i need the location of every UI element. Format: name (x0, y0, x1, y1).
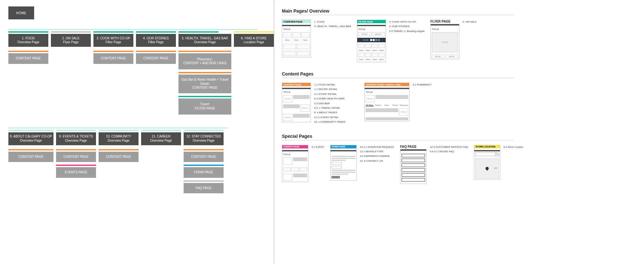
list-item: 10.1.1 DONATION REQUEST (360, 145, 394, 149)
list-item: 8. x ABOUT PAGES (314, 110, 346, 115)
cap (93, 31, 133, 33)
special-pages-row: EVENTS PAGE TITLE 9.1 EVENT FORM PAGE (282, 145, 638, 184)
node-child-label: Travel: (200, 102, 210, 107)
node-cook[interactable]: 3. COOK WITH CO-OP Filter Page (93, 34, 133, 47)
thumb-img: BRAND (301, 105, 310, 112)
thumb-nav (282, 88, 311, 89)
thumb-header: EVENTS PAGE (282, 145, 308, 148)
node-career[interactable]: 11. CAREER Overview Page (141, 132, 181, 145)
cap (141, 130, 181, 131)
content-thumb: CONTENT PAGE TITLE PROMO BRAND BRAND (282, 83, 311, 122)
list-item: 1.1 RECIPE DETAIL (314, 87, 346, 92)
type-store-location: STORE LOCATION 🔍 MAP 6.0 Store Locator (474, 145, 523, 180)
node-subtitle: Overview Page (65, 139, 87, 143)
node-home[interactable]: HOME (8, 6, 34, 19)
node-about[interactable]: 8. ABOUT CALGARY CO-OP Overview Page (8, 132, 53, 145)
section-title-main: Main Pages/ Overview (282, 8, 638, 14)
list-item: 12. 5 CONTACT US (360, 159, 394, 163)
location-list: 6.0 Store Locator (504, 145, 523, 149)
node-find-store[interactable]: 6. FIND A STORE Location Page (234, 34, 274, 47)
node-events-events[interactable]: EVENTS PAGE (56, 167, 96, 178)
chip-brand: BRAND (372, 32, 385, 36)
chip-label: Name (372, 58, 378, 61)
flyer-list: 2. ON SALE (463, 20, 477, 24)
tab: Flu Shots (366, 104, 374, 107)
node-stories[interactable]: 4. OUR STORIES Filter Page (136, 34, 176, 47)
type-content-anchor: CONTENT PAGE + Anchor Links TITLE PROMO … (364, 83, 432, 121)
list-item: 6.0 Store Locator (504, 145, 523, 149)
type-overview: OVERVIEW PAGE TITLE Name Name Name 1. FO… (282, 20, 351, 57)
tab: Tobacco (391, 104, 399, 107)
node-title: 4. OUR STORIES (143, 36, 169, 41)
node-subtitle: Overview Page (17, 40, 39, 45)
node-about-content[interactable]: CONTENT PAGE (8, 152, 53, 162)
list-item: 3. COOK WITH CO-OP (389, 20, 425, 24)
node-community[interactable]: 10. COMMUNITY Overview Page (99, 132, 139, 145)
cap (184, 180, 224, 182)
node-events-content[interactable]: CONTENT PAGE (56, 152, 96, 162)
cap (184, 130, 224, 131)
chip-label: Name (372, 49, 378, 52)
node-travel[interactable]: Travel: FILTER PAGE (178, 98, 231, 115)
list-item: 12.3 CUSTOMER SERVICE FAQ (430, 145, 468, 149)
node-sc-faq[interactable]: FAQ PAGE (184, 183, 224, 194)
node-food-content[interactable]: CONTENT PAGE (8, 53, 48, 64)
filter-thumb: FILTER PAGE TITLE PROMO BRAND FILTER Nam… (357, 20, 386, 62)
thumb-title: TITLE (283, 90, 310, 94)
list-item: 4.1 STORY DETAIL (314, 92, 346, 96)
node-health[interactable]: 5. HEALTH, TRAVEL, GAS BAR Overview Page (178, 34, 231, 47)
faq-lines (401, 154, 425, 183)
thumb-nav (474, 150, 500, 151)
cap (178, 96, 231, 97)
node-food[interactable]: 1. FOOD Overview Page (8, 34, 48, 47)
node-pharmacy[interactable]: Pharmacy: CONTENT + ANCHOR LINKS (178, 53, 231, 69)
cap (178, 51, 231, 52)
node-child-sub: CONTENT + ANCHOR LINKS (183, 61, 226, 66)
node-sc-content[interactable]: CONTENT PAGE (184, 152, 224, 162)
sitemap-pane: HOME 1. FOOD Overview Page CONTENT PAGE … (0, 0, 274, 264)
thumb-header: OVERVIEW PAGE (282, 20, 311, 23)
form-thumb: FORM PAGE (330, 145, 357, 181)
flyer-header: FLYER PAGE (430, 20, 459, 23)
cap (8, 31, 48, 33)
cap (234, 31, 274, 33)
cap (8, 130, 53, 131)
thumb-img: PROMO (283, 95, 292, 102)
node-stories-content[interactable]: CONTENT PAGE (136, 53, 176, 64)
node-title: 5. HEALTH, TRAVEL, GAS BAR (182, 36, 228, 41)
type-content: CONTENT PAGE TITLE PROMO BRAND BRAND (282, 83, 346, 125)
cap (8, 51, 48, 52)
cap (178, 72, 231, 73)
node-on-sale[interactable]: 2. ON SALE Flyer Page (51, 34, 91, 47)
node-subtitle: Overview Page (20, 139, 42, 143)
section-title-special: Special Pages (282, 134, 638, 139)
node-title: 1. FOOD (22, 36, 35, 41)
events-list: 9.1 EVENT (312, 145, 324, 149)
node-stay-connected[interactable]: 12. STAY CONNECTED Overview Page (184, 132, 224, 145)
chip-label: Name (358, 58, 364, 61)
overview-list: 1. FOOD 5. HEALTH, TRAVEL, GAS BAR (314, 20, 351, 29)
node-community-content[interactable]: CONTENT PAGE (99, 152, 139, 162)
section-rule (282, 15, 514, 15)
node-sc-form[interactable]: FORM PAGE (184, 167, 224, 178)
row2-connector (8, 127, 227, 128)
row1-connector (8, 29, 258, 30)
sitemap-diagram: HOME 1. FOOD Overview Page CONTENT PAGE … (0, 0, 644, 264)
node-subtitle: Overview Page (108, 139, 130, 143)
thumb-title: TITLE (366, 90, 408, 94)
thumb-header: CONTENT PAGE + Anchor Links (365, 83, 409, 86)
type-events: EVENTS PAGE TITLE 9.1 EVENT (282, 145, 324, 182)
chip-label: Name (283, 38, 292, 42)
cap (56, 149, 96, 150)
node-title: 9. EVENTS & TICKETS (59, 135, 93, 139)
cap (56, 165, 96, 166)
sitemap-row-2: 8. ABOUT CALGARY CO-OP Overview Page CON… (8, 130, 267, 194)
chip-promo: PROMO (358, 32, 371, 36)
cap (178, 31, 218, 33)
thumb-nav (282, 25, 311, 26)
node-subtitle: Filter Page (148, 40, 164, 45)
node-gasbar[interactable]: Gas Bar & Home Health + Travel Detail: C… (178, 75, 231, 93)
node-events[interactable]: 9. EVENTS & TICKETS Overview Page (56, 132, 96, 145)
node-cook-content[interactable]: CONTENT PAGE (93, 53, 133, 64)
node-subtitle: Overview Page (150, 139, 172, 143)
